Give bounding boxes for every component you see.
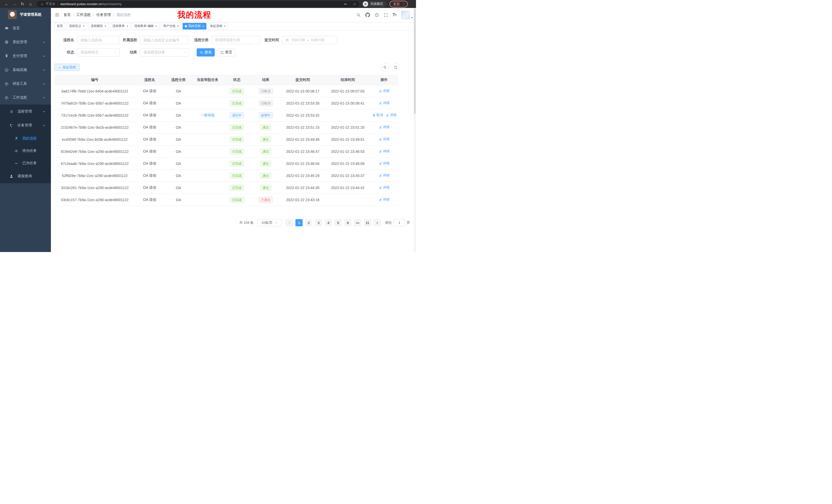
result-select[interactable]: 请选择流结果 bbox=[140, 48, 189, 57]
browser-update-button[interactable]: 更新 ⋮ bbox=[390, 1, 408, 7]
browser-forward-icon[interactable]: → bbox=[10, 2, 19, 6]
category-select[interactable]: 请选择流程分类 bbox=[212, 36, 260, 44]
process-id-cell: 7470a810-7b9b-11ec-b5b7-acde48001122 bbox=[54, 97, 135, 109]
scrollbar-thumb[interactable] bbox=[414, 8, 416, 114]
result-cell: 通过 bbox=[251, 145, 280, 158]
page-button-1[interactable]: 1 bbox=[295, 219, 303, 226]
sidebar-item-infrastructure[interactable]: 基础设施 bbox=[0, 63, 51, 77]
sidebar-item-system[interactable]: ⚙系统管理 bbox=[0, 35, 51, 49]
sidebar-item-payment[interactable]: ¥支付管理 bbox=[0, 49, 51, 63]
current-task-link[interactable]: 一级审批 bbox=[201, 113, 215, 117]
tag-view-process-form[interactable]: 流程表单× bbox=[110, 23, 131, 30]
font-size-icon[interactable]: TT bbox=[393, 12, 396, 18]
reset-button[interactable]: 重置 bbox=[217, 48, 235, 57]
page-button-4[interactable]: 4 bbox=[325, 219, 332, 226]
tag-view-start-process[interactable]: 发起流程× bbox=[208, 23, 228, 30]
actions-cell: 详情 bbox=[370, 133, 398, 145]
robot-icon bbox=[14, 136, 19, 141]
detail-link[interactable]: 详情 bbox=[379, 89, 390, 93]
page-scrollbar[interactable] bbox=[414, 8, 416, 252]
browser-home-icon[interactable]: ⌂ bbox=[26, 2, 34, 6]
next-page-button[interactable]: › bbox=[373, 219, 381, 226]
header-search-icon[interactable] bbox=[356, 13, 361, 17]
tag-label: 用户分组 bbox=[163, 24, 175, 28]
detail-link[interactable]: 详情 bbox=[379, 125, 390, 130]
sidebar-item-leave-query[interactable]: 请假查询 bbox=[0, 169, 51, 183]
sidebar-collapse-icon[interactable] bbox=[51, 12, 63, 17]
github-icon[interactable] bbox=[365, 12, 370, 17]
close-icon[interactable]: × bbox=[155, 24, 157, 28]
close-icon[interactable]: × bbox=[126, 24, 128, 28]
sidebar-item-my-process[interactable]: 我的流程 bbox=[0, 132, 51, 145]
breadcrumb-item[interactable]: 首页 bbox=[63, 12, 71, 17]
close-icon[interactable]: × bbox=[105, 24, 107, 28]
detail-link[interactable]: 详情 bbox=[379, 161, 390, 166]
close-icon[interactable]: × bbox=[83, 24, 85, 28]
page-button-3[interactable]: 3 bbox=[315, 219, 322, 226]
detail-link[interactable]: 详情 bbox=[379, 197, 390, 202]
sidebar-item-process-mgmt[interactable]: 流程管理 bbox=[0, 105, 51, 118]
status-tag: 已完成 bbox=[230, 148, 244, 155]
address-bar[interactable]: ⚠ 不安全 dashboard.yudao.iocoder.cn/bpm/tas… bbox=[37, 1, 359, 7]
page-button-2[interactable]: 2 bbox=[305, 219, 312, 226]
detail-link[interactable]: 详情 bbox=[379, 149, 390, 153]
breadcrumb-item[interactable]: 工作流程 bbox=[76, 12, 91, 17]
sidebar-item-workflow[interactable]: 工作流程 bbox=[0, 91, 51, 105]
detail-link[interactable]: 详情 bbox=[379, 173, 390, 178]
detail-link[interactable]: 详情 bbox=[379, 101, 390, 105]
browser-reload-icon[interactable]: ↻ bbox=[19, 2, 26, 6]
submit-time-range[interactable]: 开始日期 - 结束日期 bbox=[282, 36, 337, 44]
fullscreen-icon[interactable] bbox=[384, 13, 388, 17]
avatar[interactable] bbox=[401, 10, 410, 20]
sidebar-item-home[interactable]: 首页 bbox=[0, 21, 51, 35]
page-button-5[interactable]: 5 bbox=[335, 219, 342, 226]
edit-icon bbox=[386, 114, 389, 117]
status-tag: 通过 bbox=[260, 148, 271, 155]
cancel-link[interactable]: 取消 bbox=[372, 113, 383, 117]
page-button-6[interactable]: 6 bbox=[344, 219, 352, 226]
tag-view-process-model[interactable]: 流程模型× bbox=[88, 23, 109, 30]
search-button[interactable]: 搜索 bbox=[197, 48, 215, 57]
user-menu[interactable]: ▾ bbox=[401, 10, 413, 20]
detail-link[interactable]: 详情 bbox=[379, 185, 390, 190]
page-size-select[interactable]: 10条/页 bbox=[257, 219, 282, 226]
sidebar-item-todo-tasks[interactable]: 待办任务 bbox=[0, 145, 51, 157]
browser-menu-icon[interactable]: ⋮ bbox=[402, 2, 405, 6]
sidebar-item-dev-tools[interactable]: 研发工具 bbox=[0, 77, 51, 91]
status-select[interactable]: 请选择状态 bbox=[77, 48, 120, 57]
start-process-button[interactable]: ＋ 发起流程 bbox=[54, 64, 79, 71]
edit-icon bbox=[379, 125, 382, 129]
goto-page-input[interactable] bbox=[394, 219, 405, 226]
close-icon[interactable]: × bbox=[224, 24, 226, 28]
help-icon[interactable]: ? bbox=[374, 13, 379, 17]
sidebar-logo-row[interactable]: 芋道管理系统 bbox=[0, 8, 51, 21]
breadcrumb-separator: / bbox=[93, 13, 94, 17]
process-definition-label: 所属流程 bbox=[120, 38, 140, 43]
detail-link[interactable]: 详情 bbox=[379, 137, 390, 142]
end-time-cell: 2022-01-22 23:51:20 bbox=[325, 121, 370, 133]
browser-back-icon[interactable]: ← bbox=[3, 2, 10, 6]
tag-view-home[interactable]: 首页 bbox=[54, 23, 65, 30]
refresh-tool-button[interactable] bbox=[391, 63, 399, 72]
more-pages-button[interactable]: ••• bbox=[354, 219, 361, 226]
goto-page: 前往 页 bbox=[385, 219, 410, 226]
show-search-tool-button[interactable] bbox=[381, 63, 389, 72]
tag-view-user-group[interactable]: 用户分组× bbox=[161, 23, 181, 30]
close-icon[interactable]: × bbox=[202, 24, 204, 28]
detail-link[interactable]: 详情 bbox=[386, 113, 396, 117]
password-key-icon[interactable] bbox=[342, 2, 349, 6]
tag-view-process-definition[interactable]: 流程定义× bbox=[67, 23, 87, 30]
tag-view-my-process[interactable]: 我的流程× bbox=[183, 23, 206, 30]
sidebar-item-task-mgmt[interactable]: 任务管理 bbox=[0, 118, 51, 132]
caret-down-icon: ▾ bbox=[411, 16, 413, 19]
breadcrumb-item[interactable]: 任务管理 bbox=[97, 12, 111, 17]
tag-view-process-form-edit[interactable]: 流程表单-编辑× bbox=[132, 23, 160, 30]
process-name-input[interactable] bbox=[77, 36, 120, 44]
category-cell: OA bbox=[164, 145, 193, 158]
close-icon[interactable]: × bbox=[177, 24, 179, 28]
sidebar-item-done-tasks[interactable]: 已办任务 bbox=[0, 157, 51, 169]
bookmark-star-icon[interactable]: ☆ bbox=[351, 2, 358, 6]
prev-page-button[interactable]: ‹ bbox=[286, 219, 293, 226]
process-definition-input[interactable] bbox=[140, 36, 189, 44]
page-button-11[interactable]: 11 bbox=[364, 219, 371, 226]
